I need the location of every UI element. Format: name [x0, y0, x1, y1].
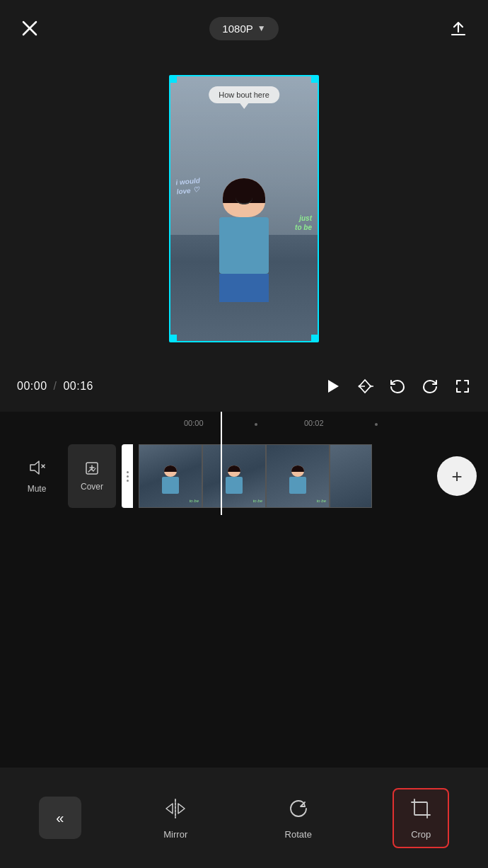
- tool-rotate[interactable]: Rotate: [270, 788, 327, 848]
- svg-marker-6: [30, 461, 39, 474]
- tool-mirror[interactable]: Mirror: [147, 788, 204, 848]
- svg-rect-15: [414, 802, 427, 815]
- mirror-icon: [163, 797, 187, 823]
- mirror-label: Mirror: [163, 829, 187, 840]
- tool-crop[interactable]: Crop: [393, 788, 449, 848]
- speech-bubble: How bout here: [209, 86, 279, 103]
- text-overlay-love: i wouldlove ♡: [175, 176, 202, 197]
- time-separator: /: [54, 380, 57, 392]
- play-button[interactable]: [324, 378, 341, 395]
- crop-icon: [409, 797, 433, 823]
- controls-bar: 00:00 / 00:16: [0, 361, 488, 412]
- header: 1080P ▼: [0, 0, 488, 57]
- crop-label: Crop: [411, 829, 431, 840]
- ruler-mark-0: 00:00: [184, 419, 204, 427]
- text-overlay-just: justto be: [295, 214, 312, 232]
- svg-marker-3: [328, 380, 339, 393]
- track-clip-4: [330, 444, 372, 508]
- time-display: 00:00 / 00:16: [17, 380, 93, 393]
- track-mute[interactable]: Mute: [11, 458, 62, 494]
- undo-button[interactable]: [389, 378, 406, 395]
- add-clip-button[interactable]: +: [437, 456, 477, 496]
- keyframe-button[interactable]: [356, 378, 373, 395]
- resolution-label: 1080P: [222, 23, 252, 35]
- timeline-tracks: Mute Cover: [0, 437, 488, 515]
- svg-marker-13: [166, 804, 173, 814]
- playhead: [221, 412, 222, 515]
- track-cover[interactable]: Cover: [68, 444, 116, 508]
- video-frame[interactable]: How bout here i wouldlove ♡ justto be: [169, 75, 319, 342]
- resolution-button[interactable]: 1080P ▼: [209, 17, 278, 40]
- crop-handle-br[interactable]: [311, 335, 318, 342]
- timeline-ruler: 00:00 00:02: [0, 412, 488, 437]
- track-handle-left[interactable]: [122, 444, 133, 508]
- time-current: 00:00: [17, 380, 47, 392]
- svg-point-5: [370, 386, 372, 388]
- redo-button[interactable]: [422, 378, 438, 395]
- video-preview-area: How bout here i wouldlove ♡ justto be: [0, 57, 488, 361]
- timeline-area: 00:00 00:02 Mute: [0, 412, 488, 546]
- close-button[interactable]: [17, 16, 42, 41]
- back-button[interactable]: «: [39, 797, 81, 839]
- character: [212, 178, 276, 320]
- track-clip-1: to be: [139, 444, 202, 508]
- svg-point-4: [359, 386, 361, 388]
- track-clips[interactable]: to be to be to be: [139, 444, 426, 508]
- fullscreen-button[interactable]: [454, 378, 471, 395]
- chevron-down-icon: ▼: [257, 23, 266, 33]
- ruler-mark-2: 00:02: [304, 419, 324, 427]
- rotate-label: Rotate: [285, 829, 312, 840]
- cover-icon: [84, 461, 100, 479]
- crop-handle-bl[interactable]: [170, 335, 177, 342]
- mute-icon: [28, 458, 46, 480]
- crop-handle-tr[interactable]: [311, 76, 318, 83]
- track-clip-3: to be: [266, 444, 330, 508]
- svg-marker-14: [178, 804, 185, 814]
- crop-handle-tl[interactable]: [170, 76, 177, 83]
- mute-label: Mute: [28, 484, 47, 494]
- upload-button[interactable]: [446, 16, 471, 41]
- track-clip-2: to be: [202, 444, 266, 508]
- playback-controls: [324, 378, 471, 395]
- cover-label: Cover: [81, 482, 103, 492]
- time-total: 00:16: [63, 380, 93, 392]
- bottom-toolbar: « Mirror Rotate: [0, 768, 488, 868]
- rotate-icon: [286, 797, 310, 823]
